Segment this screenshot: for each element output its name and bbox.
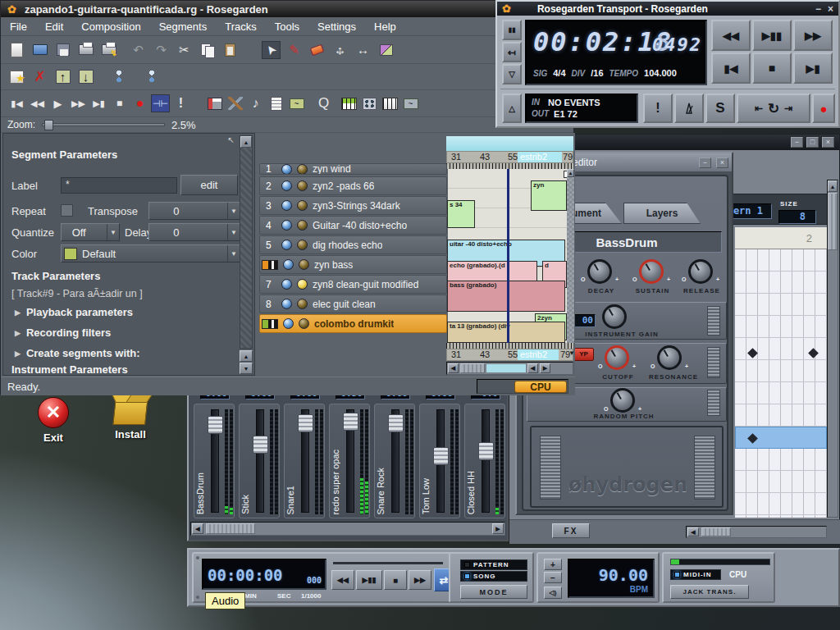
track-row[interactable]: 3 zyn3-Strings 34dark [259, 196, 447, 215]
scroll-left-icon[interactable]: ◀ [192, 523, 203, 534]
track-mute-led[interactable] [281, 164, 292, 175]
tab-layers[interactable]: Layers [623, 203, 701, 224]
menu-tools[interactable]: Tools [266, 21, 308, 33]
loop-start-icon[interactable]: ⇤ [755, 103, 763, 114]
track-record-led[interactable] [299, 259, 309, 270]
fast-forward-button[interactable]: ▶▶ [793, 20, 833, 51]
loop-icon[interactable]: ↻ [768, 100, 779, 117]
pattern-grid[interactable] [735, 249, 827, 518]
panel-toggle-icon[interactable]: ▽ [502, 64, 522, 84]
top-ruler[interactable]: 31 43 55 estrib2 79 [446, 151, 573, 163]
track-record-led[interactable] [299, 318, 309, 329]
to-end-button[interactable]: ▶▮ [793, 52, 833, 84]
bottom-ruler[interactable]: 31 43 55 estrib2 79 ▼ [446, 349, 573, 361]
maximize-icon[interactable]: □ [806, 137, 819, 148]
fader-handle[interactable] [478, 442, 494, 460]
decay-knob[interactable] [587, 259, 612, 284]
rewind-button[interactable]: ◀◀ [711, 20, 751, 51]
print-icon[interactable] [76, 41, 95, 59]
track-name[interactable]: colombo drumkit [314, 318, 394, 330]
mode-button[interactable]: MODE [460, 585, 527, 599]
to-start-icon[interactable]: ▮◀ [7, 94, 26, 112]
mute-all-icon[interactable] [109, 68, 128, 86]
quantize-icon[interactable]: Q [314, 94, 333, 112]
cut-icon[interactable]: ✂ [175, 41, 194, 59]
menu-tracks[interactable]: Tracks [216, 21, 266, 33]
new-file-icon[interactable] [7, 41, 26, 59]
notation-editor-icon[interactable]: ♪ [246, 94, 265, 112]
zoom-slider[interactable] [42, 123, 165, 126]
desktop-icon-exit[interactable]: ✕ Exit [16, 397, 90, 444]
loop-controls[interactable]: ⇤ ↻ ⇥ [737, 94, 810, 123]
panic-icon[interactable]: ! [171, 94, 190, 112]
track-mute-led[interactable] [281, 220, 292, 231]
fader-handle[interactable] [343, 413, 358, 431]
record-button[interactable]: ● [812, 94, 835, 123]
scroll-up-icon[interactable]: ▲ [240, 136, 252, 148]
menu-composition[interactable]: Composition [72, 21, 149, 33]
dock-detach-icon[interactable]: ↖ [228, 135, 235, 144]
matrix-editor-icon[interactable] [205, 94, 224, 112]
segment-label-field[interactable]: * [61, 177, 177, 194]
solo-icon[interactable]: ⊣⊢ [151, 94, 170, 112]
random-pitch-knob[interactable] [610, 388, 635, 413]
move-track-up-icon[interactable]: ↑ [53, 68, 72, 86]
mixer-channel[interactable]: 0.50 redo super opac [328, 386, 371, 518]
track-record-led[interactable] [297, 240, 308, 250]
playback-parameters-expander[interactable]: ▶ Playback parameters [15, 306, 133, 318]
scroll-thumb[interactable] [701, 527, 731, 536]
track-row-selected[interactable]: colombo drumkit [259, 314, 447, 333]
mixer-channel[interactable]: 0.00 Stick [238, 386, 281, 518]
pattern-mode-pill[interactable]: PATTERN [460, 559, 527, 570]
stop-button[interactable]: ■ [752, 52, 792, 84]
paste-icon[interactable] [221, 41, 240, 59]
segment[interactable]: ta 13 (grabado) (div [447, 322, 565, 343]
track-row[interactable]: zyn bass [259, 255, 447, 274]
segment[interactable]: s 34 [447, 200, 475, 228]
track-row[interactable]: 4 Guitar -40 disto+echo [259, 216, 447, 235]
resize-tool-icon[interactable]: ↔ [354, 41, 372, 59]
scroll-up-icon[interactable]: ▲ [240, 350, 253, 362]
play-pause-button[interactable]: ▶▮▮ [356, 570, 382, 590]
print-preview-icon[interactable]: ↯ [99, 41, 118, 59]
mixer-channel[interactable]: 0.0 Closed HH [463, 386, 506, 518]
menu-help[interactable]: Help [365, 21, 405, 33]
audio-manager-icon[interactable]: ~ [401, 94, 420, 112]
track-record-led[interactable] [297, 164, 308, 175]
to-end-icon[interactable]: ▶▮ [89, 94, 108, 112]
loop-end-icon[interactable]: ⇥ [784, 103, 792, 114]
recording-filters-expander[interactable]: ▶ Recording filters [15, 326, 111, 339]
move-tool-icon[interactable]: ↔↕ [331, 41, 349, 59]
track-mute-led[interactable] [283, 259, 294, 270]
menu-file[interactable]: File [1, 21, 36, 33]
song-mode-pill[interactable]: SONG [460, 571, 527, 582]
open-notation-icon[interactable] [381, 94, 399, 112]
track-name[interactable]: elec guit clean [313, 299, 376, 310]
track-name[interactable]: zyn3-Strings 34dark [313, 200, 400, 212]
pause-button[interactable]: ▮▮ [502, 20, 522, 40]
filter-bypass-button[interactable]: YP [573, 348, 594, 361]
scroll-right-icon[interactable]: ▶ [492, 523, 504, 534]
scroll-down-icon[interactable]: ▼ [240, 363, 253, 374]
move-track-down-icon[interactable]: ↓ [76, 68, 95, 86]
track-name[interactable]: Guitar -40 disto+echo [313, 220, 407, 231]
fader-handle[interactable] [433, 447, 449, 465]
resonance-knob[interactable] [657, 345, 682, 370]
pattern-ruler[interactable]: 2 [735, 227, 827, 249]
track-row[interactable]: 7 zyn8 clean-guit modified [259, 275, 447, 294]
metronome-button[interactable]: ◁) [544, 587, 562, 599]
rosegarden-menubar[interactable]: File Edit Composition Segments Tracks To… [1, 17, 573, 36]
note-diamond[interactable] [747, 348, 758, 358]
erase-tool-icon[interactable] [308, 41, 326, 59]
track-mute-led[interactable] [281, 279, 292, 290]
arm-all-icon[interactable] [142, 68, 161, 86]
mixer-channel[interactable]: 0.00 Snare1 [283, 386, 326, 518]
track-record-led[interactable] [297, 180, 308, 191]
pattern-hscrollbar[interactable]: ◀ [686, 526, 827, 538]
to-start-button[interactable]: ▮◀ [711, 52, 751, 84]
draw-tool-icon[interactable]: ✎ [285, 41, 304, 59]
fader-handle[interactable] [208, 416, 223, 434]
scroll-thumb[interactable] [206, 523, 255, 534]
jack-transport-button[interactable]: JACK TRANS. [670, 585, 749, 599]
record-icon[interactable]: ● [130, 94, 149, 112]
